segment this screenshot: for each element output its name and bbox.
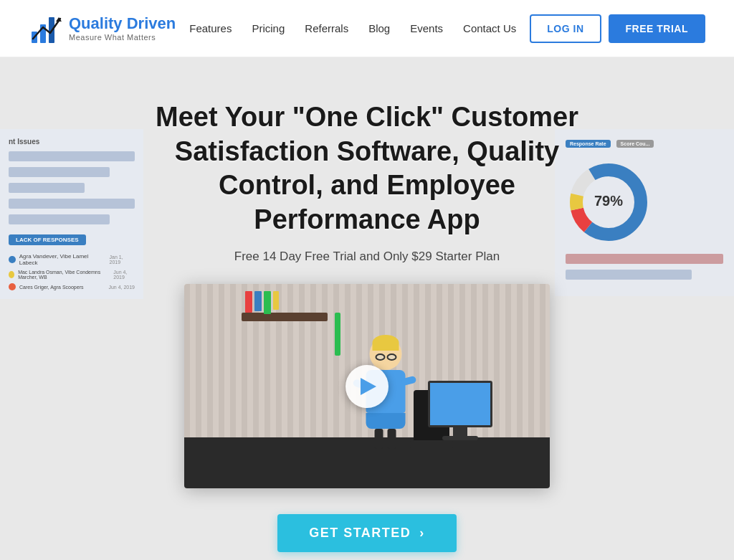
logo-tagline: Measure What Matters [69,33,176,42]
nav-links: Features Pricing Referrals Blog Events C… [189,22,516,35]
bg-table-row-1: Agra Vandever, Vibe Lamel Labeck [19,253,106,266]
get-started-label: GET STARTED [309,526,411,541]
book-2 [254,291,262,311]
video-thumbnail[interactable] [184,284,550,488]
logo-icon [29,11,63,46]
bg-panel-row [9,214,110,224]
bg-panel-row [9,151,135,161]
get-started-button[interactable]: GET STARTED › [277,514,457,552]
decor-strip [335,313,340,356]
play-button[interactable] [345,365,389,408]
nav-events[interactable]: Events [410,22,443,34]
bg-table-row-3: Cares Griger, Agra Scoopers [19,285,84,290]
bg-dot [9,283,16,290]
nav-actions: LOG IN FREE TRIAL [530,14,705,43]
hero-subtext: Free 14 Day Free Trial and Only $29 Star… [145,250,589,264]
bg-dot [9,256,16,263]
panel-tag-1: LACK OF RESPONSES [9,234,86,245]
logo[interactable]: Quality Driven Measure What Matters [29,11,176,46]
book-4 [273,291,279,310]
nav-referrals[interactable]: Referrals [305,22,348,34]
navbar: Quality Driven Measure What Matters Feat… [0,0,734,57]
bg-panel-row [9,167,110,177]
scene-books [245,291,279,314]
logo-name-suffix: Driven [123,14,176,32]
login-button[interactable]: LOG IN [530,14,601,43]
nav-pricing[interactable]: Pricing [252,22,285,34]
bg-left-panel: nt Issues LACK OF RESPONSES Agra Vandeve… [0,129,143,299]
book-1 [245,291,252,313]
nav-contact[interactable]: Contact Us [463,22,516,34]
hero-content: Meet Your "One Click" Customer Satisfact… [130,100,604,284]
hero-headline: Meet Your "One Click" Customer Satisfact… [145,100,589,237]
bg-table-row-2: Mac Landra Osman, Vibe Condemns Marcher,… [18,270,110,280]
bg-dot [9,271,14,278]
get-started-chevron: › [419,526,425,541]
nav-features[interactable]: Features [189,22,232,34]
video-bg [184,284,550,488]
bg-date-3: Jun 4, 2019 [108,285,135,290]
logo-name-highlighted: Quality [69,14,123,32]
bg-tag-score: Score Cou... [616,140,654,148]
free-trial-button[interactable]: FREE TRIAL [609,14,705,43]
nav-blog[interactable]: Blog [368,22,390,34]
play-icon [361,378,376,395]
hero-section: nt Issues LACK OF RESPONSES Agra Vandeve… [0,57,734,560]
logo-text: Quality Driven Measure What Matters [69,15,176,41]
book-3 [264,291,271,314]
scene-shelf [242,313,328,321]
scene-computer [428,381,492,440]
bg-panel-row [9,199,135,209]
bg-panel-row [9,183,85,193]
